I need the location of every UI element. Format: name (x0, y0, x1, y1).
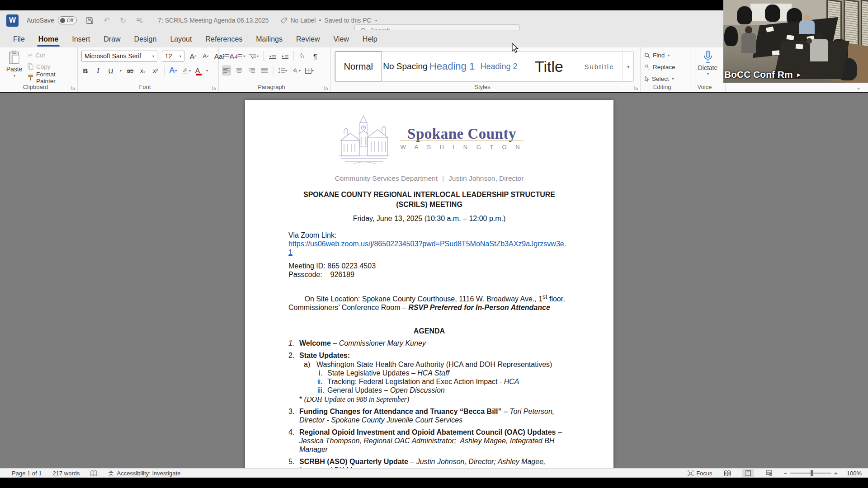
word-count-indicator[interactable]: 217 words (53, 470, 80, 477)
font-size-combobox[interactable]: 12 ▾ (162, 51, 184, 62)
word-app-icon[interactable]: W (6, 14, 19, 27)
multilevel-list-button[interactable]: ▾ (250, 51, 259, 61)
print-layout-button[interactable] (742, 469, 754, 477)
tab-design[interactable]: Design (127, 32, 164, 47)
page-count-indicator[interactable]: Page 1 of 1 (12, 470, 42, 477)
autosave-toggle[interactable]: Off (58, 16, 77, 24)
style-subtitle[interactable]: Subtitle (576, 52, 623, 81)
align-center-button[interactable] (235, 66, 243, 75)
zoom-level-indicator[interactable]: 100% (847, 470, 862, 477)
voice-group-label: Voice (690, 84, 719, 90)
zoom-slider-handle[interactable] (811, 470, 813, 476)
style-title[interactable]: Title (522, 52, 576, 81)
underline-dropdown-icon[interactable]: ▾ (120, 69, 122, 73)
tab-draw[interactable]: Draw (97, 32, 127, 47)
highlight-button[interactable]: ▾ (182, 66, 191, 75)
web-layout-button[interactable] (763, 469, 775, 477)
numbering-button[interactable]: 123 ▾ (236, 51, 245, 61)
line-spacing-button[interactable]: ▾ (278, 66, 287, 75)
show-marks-button[interactable]: ¶ (311, 51, 319, 61)
shrink-font-button[interactable]: A˅ (202, 51, 210, 61)
strikethrough-button[interactable]: ab (126, 66, 134, 75)
clipboard-dialog-launcher-icon[interactable] (71, 85, 75, 90)
undo-icon[interactable]: ↶ (104, 16, 110, 25)
conference-camera-feed[interactable]: BoCC Conf Rm ► (723, 0, 868, 83)
customize-quick-access-icon[interactable] (136, 18, 142, 23)
tab-insert[interactable]: Insert (65, 32, 97, 47)
tab-view[interactable]: View (326, 32, 355, 47)
onsite-text: On Site Location: Spokane County Courtho… (305, 295, 543, 303)
tab-references[interactable]: References (198, 32, 249, 47)
decrease-indent-button[interactable] (268, 51, 276, 61)
document-page[interactable]: Spokane County W A S H I N G T O N Commu… (245, 100, 613, 468)
underline-button[interactable]: U (107, 66, 115, 75)
tab-review[interactable]: Review (289, 32, 326, 47)
bulleted-list-icon (222, 53, 229, 59)
document-canvas: Spokane County W A S H I N G T O N Commu… (0, 93, 868, 468)
copy-button[interactable]: Copy (28, 62, 74, 70)
numbering-dropdown-icon: ▾ (243, 54, 245, 58)
replace-button[interactable]: bc Replace (644, 63, 675, 71)
style-no-spacing[interactable]: No Spacing (382, 52, 429, 81)
grow-font-glyph: A (190, 52, 194, 60)
tab-home[interactable]: Home (32, 32, 65, 47)
font-family-combobox[interactable]: Microsoft Sans Serif ▾ (81, 51, 157, 62)
accessibility-checker-button[interactable]: Accessibility: Investigate (108, 470, 180, 477)
document-title: 7: SCRILS Meeting Agenda 06.13.2025 (158, 17, 269, 24)
tab-help[interactable]: Help (356, 32, 384, 47)
format-painter-label: Format Painter (36, 71, 74, 84)
sort-button[interactable]: A Z ↓ (298, 51, 307, 61)
increase-indent-button[interactable] (281, 51, 289, 61)
bullets-button[interactable]: ▾ (222, 51, 231, 61)
tab-file[interactable]: File (6, 32, 32, 47)
superscript-button[interactable]: x² (151, 66, 160, 75)
save-icon[interactable] (86, 17, 94, 24)
cut-button[interactable]: ✂ Cut (28, 51, 74, 59)
subscript-button[interactable]: x₂ (139, 66, 147, 75)
font-color-button[interactable]: A ▾ (195, 66, 208, 75)
text-effects-button[interactable]: A▾ (169, 66, 177, 75)
bold-button[interactable]: B (81, 66, 90, 75)
zoom-slider[interactable] (790, 473, 831, 474)
shading-button[interactable]: ▾ (292, 66, 301, 75)
align-center-icon (236, 68, 242, 73)
accessibility-status-text: Accessibility: Investigate (117, 470, 180, 477)
font-dialog-launcher-icon[interactable] (212, 85, 217, 90)
zoom-in-button[interactable]: + (834, 470, 838, 477)
paragraph-dialog-launcher-icon[interactable] (324, 85, 329, 90)
redo-icon[interactable]: ↻ (120, 16, 126, 25)
agenda-heading: AGENDA (288, 327, 570, 335)
style-heading-1[interactable]: Heading 1 (429, 52, 476, 81)
paste-button[interactable]: Paste ▾ (4, 50, 25, 83)
zoom-out-button[interactable]: − (784, 470, 788, 477)
style-heading-2[interactable]: Heading 2 (476, 52, 523, 81)
ribbon-collapse-chevron-icon[interactable]: ⌄ (856, 84, 861, 91)
borders-button[interactable]: ▾ (305, 66, 314, 75)
italic-button[interactable]: I (94, 66, 102, 75)
focus-label: Focus (696, 470, 712, 477)
justify-button[interactable] (260, 66, 269, 75)
style-normal[interactable]: Normal (335, 52, 382, 81)
saved-status-text: Saved to this PC (324, 17, 371, 24)
focus-mode-button[interactable]: Focus (688, 470, 712, 477)
tab-mailings[interactable]: Mailings (249, 32, 289, 47)
styles-dialog-launcher-icon[interactable] (634, 85, 638, 90)
select-button[interactable]: Select ▾ (644, 75, 675, 83)
align-right-button[interactable] (248, 66, 256, 75)
zoom-meeting-link[interactable]: https://us06web.zoom.us/j/86502234503?pw… (288, 240, 566, 256)
find-button[interactable]: Find ▾ (644, 52, 675, 60)
item-italic-text: Jessica Thompson, Regional OAC Administr… (299, 437, 557, 453)
styles-gallery-more-button[interactable]: ▾ (623, 52, 633, 81)
align-left-button[interactable] (222, 66, 231, 75)
dictate-button[interactable]: Dictate ▾ (694, 50, 722, 83)
read-mode-button[interactable] (722, 469, 733, 477)
proofing-book-icon[interactable] (90, 470, 97, 476)
grow-font-button[interactable]: A˄ (189, 51, 197, 61)
copy-label: Copy (36, 63, 51, 70)
sensitivity-label-group[interactable]: No Label • Saved to this PC ▾ (280, 17, 377, 24)
format-painter-button[interactable]: Format Painter (28, 74, 74, 82)
logo-gold-rule (400, 141, 523, 141)
tab-layout[interactable]: Layout (163, 32, 198, 47)
item-text: Tracking: Federal Legislation and Exec A… (327, 378, 504, 385)
style-subtitle-label: Subtitle (584, 63, 614, 70)
